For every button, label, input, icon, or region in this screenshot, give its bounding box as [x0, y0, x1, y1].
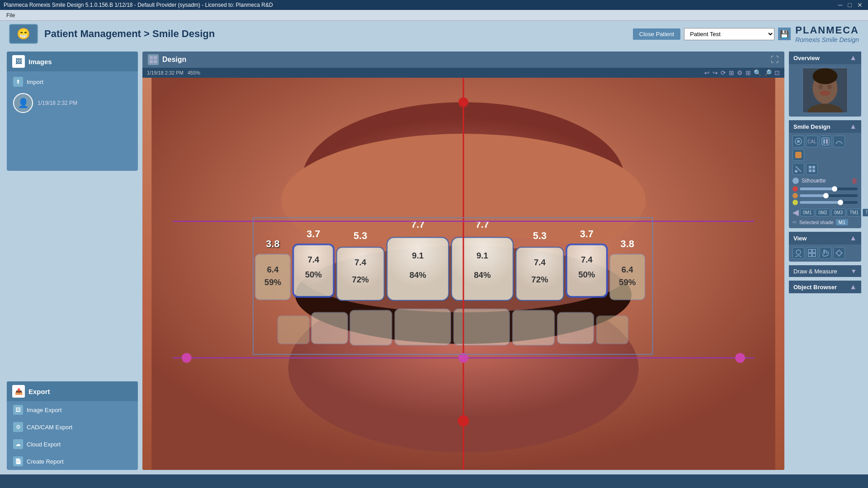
status-bar [0, 474, 868, 488]
svg-rect-80 [808, 249, 811, 253]
smile-grid-tool[interactable] [806, 163, 818, 175]
svg-text:9.1: 9.1 [476, 251, 488, 260]
svg-text:6.4: 6.4 [622, 265, 633, 274]
close-patient-button[interactable]: Close Patient [633, 28, 680, 40]
top-header: 😁 Patient Management > Smile Design Clos… [0, 21, 868, 47]
svg-text:6.4: 6.4 [267, 265, 278, 274]
reset-icon[interactable]: ⟳ [721, 69, 726, 76]
design-header: Design ⛶ [142, 52, 784, 68]
file-menu[interactable]: File [4, 12, 18, 19]
images-header: 🖼 Images [7, 52, 138, 71]
svg-rect-15 [516, 247, 563, 300]
smile-outline-tool[interactable] [833, 136, 845, 147]
maximize-button[interactable]: □ [846, 1, 854, 9]
svg-text:50%: 50% [578, 270, 595, 279]
minimize-button[interactable]: ─ [836, 1, 844, 9]
svg-text:7.4: 7.4 [534, 258, 546, 267]
view-face-tool[interactable] [793, 247, 804, 259]
export-title: Export [28, 388, 50, 395]
red-thumb[interactable] [832, 186, 837, 192]
cadcam-export-item[interactable]: ⚙ CAD/CAM Export [7, 418, 138, 436]
svg-text:7.7: 7.7 [476, 219, 489, 230]
svg-point-62 [818, 84, 823, 89]
fit-icon[interactable]: ⊡ [774, 69, 780, 76]
undo-icon[interactable]: ↩ [704, 69, 710, 76]
view-adjust-tool[interactable] [833, 247, 845, 259]
shade-btn-tm1[interactable]: TM1 [847, 209, 861, 216]
orange-slider[interactable] [800, 194, 858, 197]
svg-rect-76 [812, 166, 815, 169]
smile-shade-tool[interactable] [820, 136, 831, 147]
zoom-level: 455% [188, 70, 200, 75]
right-sidebar: Overview ▲ [789, 52, 861, 470]
view-collapse[interactable]: ▲ [849, 234, 857, 242]
import-item[interactable]: ⬆ Import [7, 73, 138, 90]
view-grid-tool[interactable] [806, 247, 818, 259]
grid-icon[interactable]: ⊞ [745, 69, 751, 76]
redo-icon[interactable]: ↪ [712, 69, 718, 76]
cadcam-icon: ⚙ [13, 422, 23, 432]
svg-text:72%: 72% [531, 275, 548, 284]
shade-btn-tm2[interactable]: TM2 [863, 209, 868, 216]
smile-tools-row1: CAL [793, 136, 858, 161]
overview-collapse[interactable]: ▲ [849, 54, 857, 62]
save-button[interactable]: 💾 [778, 28, 791, 40]
design-title-area: Design [148, 54, 186, 65]
close-button[interactable]: ✕ [855, 1, 864, 9]
shade-prev-arrow[interactable]: ◀ [793, 207, 799, 217]
export-body: 🖼 Image Export ⚙ CAD/CAM Export ☁ Cloud … [7, 401, 138, 470]
images-section: 🖼 Images ⬆ Import 👤 1/19/18 2:32 PM [7, 52, 138, 171]
svg-text:59%: 59% [264, 277, 282, 287]
smile-cal-tool[interactable] [793, 136, 804, 147]
svg-rect-21 [395, 309, 451, 346]
svg-point-57 [735, 353, 745, 363]
svg-rect-1 [154, 56, 157, 59]
patient-selector[interactable]: Patient Test [684, 28, 774, 40]
object-browser-collapse[interactable]: ▲ [849, 283, 857, 291]
silhouette-row: Silhouette 🗑 [793, 177, 858, 184]
center-area: Design ⛶ 1/19/18 2:32 PM 455% ↩ ↪ ⟳ ⊞ ⚙ … [142, 52, 784, 470]
create-report-item[interactable]: 📄 Create Report [7, 453, 138, 470]
expand-icon[interactable]: ⛶ [771, 55, 779, 65]
shade-btn-0m2[interactable]: 0M2 [816, 209, 830, 216]
silhouette-label: Silhouette [802, 178, 849, 184]
smile-tools-row2 [793, 163, 858, 175]
smile-design-title: Smile Design [793, 123, 830, 130]
orange-thumb[interactable] [823, 193, 829, 198]
cloud-export-label: Cloud Export [27, 441, 61, 448]
design-panel: Design ⛶ 1/19/18 2:32 PM 455% ↩ ↪ ⟳ ⊞ ⚙ … [142, 52, 784, 470]
settings-icon[interactable]: ⚙ [737, 69, 743, 76]
image-thumbnail[interactable]: 👤 1/19/18 2:32 PM [7, 90, 138, 116]
selected-shade-label: Selected shade [799, 220, 834, 225]
smile-design-collapse[interactable]: ▲ [849, 122, 857, 131]
red-slider[interactable] [800, 188, 858, 190]
layers-icon[interactable]: ⊞ [729, 69, 734, 76]
window-controls: ─ □ ✕ [836, 1, 864, 9]
smile-brush-tool[interactable] [793, 163, 804, 175]
menu-bar: File [0, 10, 868, 21]
draw-measure-title: Draw & Measure [793, 268, 837, 275]
draw-measure-dropdown[interactable]: ▼ [850, 267, 857, 275]
silhouette-toggle[interactable] [793, 178, 799, 184]
svg-rect-24 [557, 312, 594, 344]
smile-color-tool[interactable] [793, 149, 804, 161]
smile-cal-label[interactable]: CAL [806, 136, 818, 147]
svg-rect-14 [452, 237, 513, 300]
svg-rect-71 [826, 139, 828, 144]
slider-row-3 [793, 200, 858, 205]
view-panel: View ▲ [789, 232, 861, 262]
yellow-slider[interactable] [800, 201, 858, 204]
zoom-out-icon[interactable]: 🔎 [764, 69, 772, 76]
svg-text:5.3: 5.3 [354, 230, 367, 241]
silhouette-delete[interactable]: 🗑 [851, 177, 858, 184]
svg-point-64 [820, 90, 830, 96]
image-export-item[interactable]: 🖼 Image Export [7, 401, 138, 418]
view-hand-tool[interactable] [820, 247, 831, 259]
overview-title: Overview [793, 55, 820, 61]
design-canvas[interactable]: 3.8 3.7 5.3 7.7 7.7 5.3 3.7 3.8 6.4 7.4 … [142, 78, 784, 470]
zoom-in-icon[interactable]: 🔍 [754, 69, 761, 76]
cloud-export-item[interactable]: ☁ Cloud Export [7, 436, 138, 453]
shade-btn-0m3[interactable]: 0M3 [831, 209, 845, 216]
shade-btn-0m1[interactable]: 0M1 [800, 209, 814, 216]
yellow-thumb[interactable] [838, 200, 843, 205]
